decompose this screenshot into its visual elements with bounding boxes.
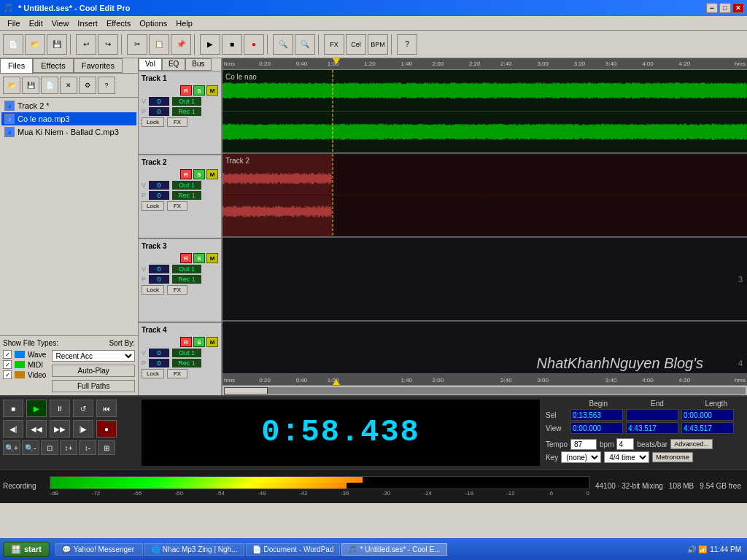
toolbar-open[interactable]: 📂 (25, 34, 45, 55)
file-item-muakiniem[interactable]: ♪ Mua Ki Niem - Ballad C.mp3 (1, 125, 136, 139)
panel-close-btn[interactable]: ✕ (60, 77, 77, 94)
scroll-track[interactable] (224, 387, 746, 394)
toolbar-new[interactable]: 📄 (3, 34, 23, 55)
sel-end-field[interactable] (626, 409, 678, 421)
track-2-rec-val[interactable]: Rec 1 (172, 191, 201, 200)
waveform-row-3[interactable]: 3 (222, 238, 747, 322)
minimize-button[interactable]: − (706, 3, 718, 13)
stop-button[interactable]: ■ (3, 400, 23, 417)
taskbar-item-yahoo[interactable]: 💬 Yahoo! Messenger (55, 543, 143, 556)
panel-save-btn[interactable]: 💾 (22, 77, 39, 94)
track-3-fx-btn[interactable]: FX (167, 285, 187, 295)
track-1-fx-btn[interactable]: FX (167, 117, 187, 127)
track-4-rec-val[interactable]: Rec 1 (172, 359, 201, 368)
rew-button[interactable]: ◀◀ (26, 420, 47, 438)
panel-prop-btn[interactable]: ⚙ (79, 77, 96, 94)
panel-open-btn[interactable]: 📂 (3, 77, 20, 94)
track-1-rec-val[interactable]: Rec 1 (172, 107, 201, 116)
track-3-vol-val[interactable]: 0 (149, 265, 169, 273)
track-3-rec-val[interactable]: Rec 1 (172, 275, 201, 284)
track-3-record-btn[interactable]: R (180, 253, 192, 263)
track-4-lock-btn[interactable]: Lock (142, 369, 164, 378)
track-2-fx-btn[interactable]: FX (167, 201, 187, 211)
zoom-in-h[interactable]: 🔍+ (3, 440, 20, 455)
track-4-out-val[interactable]: Out 1 (172, 349, 201, 357)
video-checkbox[interactable]: ✓ (3, 370, 12, 379)
toolbar-fx[interactable]: FX (324, 34, 344, 55)
close-button[interactable]: ✕ (732, 3, 744, 13)
toolbar-save[interactable]: 💾 (47, 34, 67, 55)
track-3-solo-btn[interactable]: S (193, 253, 205, 263)
track-3-out-val[interactable]: Out 1 (172, 265, 201, 273)
menu-view[interactable]: View (47, 18, 74, 29)
track-2-out-val[interactable]: Out 1 (172, 181, 201, 190)
view-begin-field[interactable] (570, 422, 623, 434)
record-button[interactable]: ● (96, 420, 117, 438)
toolbar-zoom-out[interactable]: 🔍 (295, 34, 315, 55)
tab-files[interactable]: Files (0, 58, 33, 73)
toolbar-redo[interactable]: ↪ (98, 34, 118, 55)
track-3-pan-val[interactable]: 0 (149, 275, 169, 284)
play-button[interactable]: ▶ (26, 400, 47, 417)
toolbar-record[interactable]: ● (244, 34, 264, 55)
loop-button[interactable]: ↺ (73, 400, 93, 417)
full-paths-btn[interactable]: Full Paths (52, 380, 135, 392)
menu-insert[interactable]: Insert (73, 18, 102, 29)
menu-effects[interactable]: Effects (102, 18, 135, 29)
track-3-mute-btn[interactable]: M (206, 253, 218, 263)
track-2-mute-btn[interactable]: M (206, 169, 218, 179)
midi-checkbox[interactable]: ✓ (3, 360, 12, 369)
panel-help-btn[interactable]: ? (98, 77, 115, 94)
menu-options[interactable]: Options (135, 18, 171, 29)
track-4-record-btn[interactable]: R (180, 337, 192, 347)
toolbar-paste[interactable]: 📌 (171, 34, 191, 55)
sort-select[interactable]: Recent Acc (52, 350, 135, 362)
start-button[interactable]: 🪟 start (3, 542, 50, 557)
time-sig-select[interactable]: 4/4 time (604, 451, 649, 463)
metronome-btn[interactable]: Metronome (652, 452, 693, 462)
zoom-fit[interactable]: ⊡ (41, 440, 58, 455)
track-1-mute-btn[interactable]: M (206, 85, 218, 96)
toolbar-help[interactable]: ? (397, 34, 417, 55)
vol-tab[interactable]: Vol (139, 58, 162, 71)
zoom-fit-v[interactable]: ⊞ (98, 440, 115, 455)
track-1-pan-val[interactable]: 0 (149, 107, 169, 116)
pause-button[interactable]: ⏸ (50, 400, 70, 417)
toolbar-copy[interactable]: 📋 (149, 34, 169, 55)
toolbar-zoom-in[interactable]: 🔍 (273, 34, 293, 55)
file-item-track2[interactable]: ♪ Track 2 * (1, 99, 136, 112)
waveform-row-4[interactable]: NhatKhanhNguyen Blog's 4 (222, 322, 747, 373)
toolbar-cel[interactable]: Cel (346, 34, 366, 55)
view-length-field[interactable] (681, 422, 734, 434)
view-end-field[interactable] (626, 422, 678, 434)
panel-new-btn[interactable]: 📄 (41, 77, 58, 94)
menu-file[interactable]: File (3, 18, 25, 29)
ff-button[interactable]: ▶▶ (50, 420, 70, 438)
toolbar-undo[interactable]: ↩ (76, 34, 96, 55)
toolbar-stop[interactable]: ■ (222, 34, 242, 55)
track-4-pan-val[interactable]: 0 (149, 359, 169, 368)
track-4-fx-btn[interactable]: FX (167, 369, 187, 378)
waveform-row-2[interactable]: Track 2 2 (222, 154, 747, 238)
track-1-solo-btn[interactable]: S (193, 85, 205, 96)
file-item-colenao[interactable]: ♪ Co le nao.mp3 (1, 112, 136, 125)
beat-num-field[interactable] (616, 438, 634, 450)
next-button[interactable]: |▶ (73, 420, 93, 438)
zoom-in-v[interactable]: ↕+ (60, 440, 77, 455)
menu-help[interactable]: Help (171, 18, 197, 29)
to-beginning-button[interactable]: ⏮ (96, 400, 117, 417)
taskbar-item-wordpad[interactable]: 📄 Document - WordPad (246, 543, 341, 556)
tab-effects[interactable]: Effects (33, 58, 73, 73)
toolbar-bpm[interactable]: BPM (368, 34, 388, 55)
track-2-vol-val[interactable]: 0 (149, 181, 169, 190)
track-4-vol-val[interactable]: 0 (149, 349, 169, 357)
track-3-lock-btn[interactable]: Lock (142, 285, 164, 295)
bus-tab[interactable]: Bus (185, 58, 211, 71)
track-2-record-btn[interactable]: R (180, 169, 192, 179)
track-1-record-btn[interactable]: R (180, 85, 192, 96)
key-select[interactable]: (none) (561, 451, 601, 463)
track-1-out-val[interactable]: Out 1 (172, 97, 201, 106)
toolbar-play[interactable]: ▶ (200, 34, 220, 55)
prev-button[interactable]: ◀| (3, 420, 23, 438)
advanced-btn[interactable]: Advanced... (670, 439, 713, 449)
